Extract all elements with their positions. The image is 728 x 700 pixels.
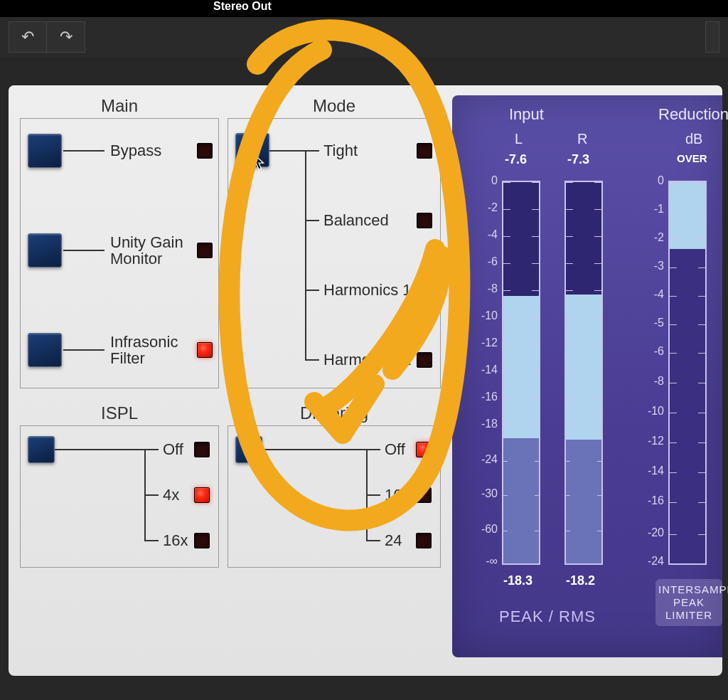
input-scale-label: -14 [469,364,498,376]
mode-harmonics1-indicator [417,282,432,298]
undo-button[interactable]: ↶ [9,21,47,53]
connector [305,290,319,291]
reduction-scale-label: -3 [636,260,664,272]
mode-harmonics2-indicator [417,352,432,368]
section-dithering: Dithering Off 16 24 [228,425,441,568]
infrasonic-filter-button[interactable] [28,333,62,367]
unity-gain-indicator [197,243,213,258]
reduction-scale-label: -6 [636,345,664,358]
connector [262,449,366,450]
cursor-icon [252,153,265,170]
reduction-scale-label: -12 [636,435,664,447]
ispl-off-indicator [194,442,210,457]
input-R-label: R [577,131,587,147]
mode-tight-label[interactable]: Tight [323,142,358,160]
bypass-label: Bypass [110,142,161,160]
connector [63,349,105,351]
mode-harmonics2-label[interactable]: Harmonics 2 [323,351,411,369]
reduction-db-label: dB [685,131,702,147]
connector [144,449,159,450]
infrasonic-filter-label: Infrasonic Filter [110,334,178,366]
reduction-scale-label: -1 [636,203,664,216]
connector [366,494,380,496]
toolbar-right-fragment[interactable] [705,21,719,53]
ispl-4x-indicator [194,487,210,503]
connector [366,540,380,541]
bypass-indicator [197,143,213,159]
reduction-scale-label: -8 [636,375,664,388]
input-scale-label: -18 [469,418,498,430]
input-scale-label: -24 [469,453,498,466]
connector [63,250,105,251]
window-title: Stereo Out [213,0,272,12]
reduction-scale-label: -20 [636,526,664,539]
meters-panel: Input Reduction L R dB -7.6 -7.3 OVER 0-… [452,95,722,657]
dithering-24-indicator [416,533,432,548]
unity-gain-button[interactable] [28,233,62,267]
ispl-off-label[interactable]: Off [163,440,183,459]
reduction-scale-label: -24 [636,555,664,568]
connector [305,150,319,152]
reduction-scale-label: -5 [636,317,664,329]
input-scale-label: -30 [469,487,498,500]
reduction-scale-label: 0 [636,174,664,187]
dithering-16-indicator [416,487,432,503]
input-title: Input [509,105,544,124]
infrasonic-filter-indicator [197,342,213,358]
mode-balanced-label[interactable]: Balanced [323,211,389,230]
connector [55,449,144,450]
toolbar: ↶ ↷ [0,17,728,57]
mode-tree-trunk [305,150,306,361]
section-mode-title: Mode [313,96,355,116]
input-scale-label: -60 [469,523,498,536]
connector [63,150,105,152]
reduction-meter [668,181,707,565]
input-meter-L [502,181,540,565]
input-scale-label: -16 [469,391,498,403]
input-L-peak: -7.6 [505,152,527,167]
dithering-select-button[interactable] [235,436,262,463]
ispl-select-button[interactable] [28,436,55,463]
dithering-off-label[interactable]: Off [385,440,405,459]
section-main-title: Main [101,96,138,116]
input-L-rms: -18.3 [503,573,532,588]
connector [144,540,159,541]
dithering-16-label[interactable]: 16 [385,486,402,504]
input-scale-label: -4 [469,228,498,241]
meters-footer: PEAK / RMS [499,608,596,626]
intersample-peak-limiter-badge: INTERSAMPLE PEAK LIMITER [655,579,722,626]
dithering-24-label[interactable]: 24 [385,531,402,550]
section-dithering-title: Dithering [300,403,368,423]
reduction-scale-label: -2 [636,231,664,244]
ispl-16x-indicator [194,533,210,548]
undo-icon: ↶ [21,28,34,46]
reduction-scale-label: -4 [636,288,664,301]
connector [305,220,319,221]
ispl-4x-label[interactable]: 4x [163,486,179,504]
connector [269,150,306,152]
input-scale-label: 0 [469,174,498,187]
input-scale-label: -8 [469,282,498,295]
input-R-peak: -7.3 [567,152,589,167]
section-ispl-title: ISPL [101,403,138,423]
ispl-16x-label[interactable]: 16x [163,531,188,550]
bypass-button[interactable] [28,134,62,168]
input-scale-label: -6 [469,255,498,268]
redo-icon: ↷ [60,28,73,46]
reduction-title: Reduction [658,105,728,124]
input-scale-label: -12 [469,336,498,349]
input-L-label: L [515,131,523,147]
plugin-panel: Main Bypass Unity Gain Monitor Infrasoni… [9,85,722,676]
mode-harmonics1-label[interactable]: Harmonics 1 [323,281,411,299]
input-scale-label: -∞ [469,555,498,568]
reduction-scale-label: -10 [636,405,664,418]
section-ispl: ISPL Off 4x 16x [20,425,219,568]
connector [305,359,319,361]
connector [144,494,159,496]
input-scale-label: -10 [469,309,498,322]
input-R-rms: -18.2 [566,573,595,588]
redo-button[interactable]: ↷ [47,21,85,53]
reduction-scale-label: -14 [636,465,664,477]
input-meter-R [564,181,603,565]
section-main: Main Bypass Unity Gain Monitor Infrasoni… [20,118,219,388]
